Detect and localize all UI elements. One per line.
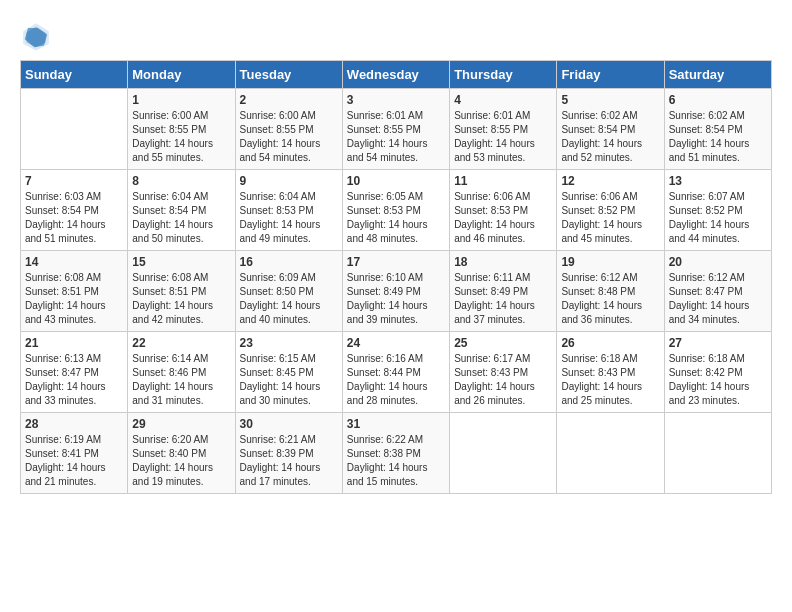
day-number: 28 bbox=[25, 417, 123, 431]
day-info: Sunrise: 6:12 AM Sunset: 8:47 PM Dayligh… bbox=[669, 271, 767, 327]
calendar-cell: 26Sunrise: 6:18 AM Sunset: 8:43 PM Dayli… bbox=[557, 332, 664, 413]
calendar-cell: 30Sunrise: 6:21 AM Sunset: 8:39 PM Dayli… bbox=[235, 413, 342, 494]
day-info: Sunrise: 6:01 AM Sunset: 8:55 PM Dayligh… bbox=[347, 109, 445, 165]
day-info: Sunrise: 6:01 AM Sunset: 8:55 PM Dayligh… bbox=[454, 109, 552, 165]
calendar-cell: 14Sunrise: 6:08 AM Sunset: 8:51 PM Dayli… bbox=[21, 251, 128, 332]
day-info: Sunrise: 6:18 AM Sunset: 8:42 PM Dayligh… bbox=[669, 352, 767, 408]
day-number: 10 bbox=[347, 174, 445, 188]
day-info: Sunrise: 6:10 AM Sunset: 8:49 PM Dayligh… bbox=[347, 271, 445, 327]
day-info: Sunrise: 6:13 AM Sunset: 8:47 PM Dayligh… bbox=[25, 352, 123, 408]
day-info: Sunrise: 6:07 AM Sunset: 8:52 PM Dayligh… bbox=[669, 190, 767, 246]
logo-icon bbox=[20, 20, 52, 52]
header-day-thursday: Thursday bbox=[450, 61, 557, 89]
day-number: 14 bbox=[25, 255, 123, 269]
calendar-week-3: 14Sunrise: 6:08 AM Sunset: 8:51 PM Dayli… bbox=[21, 251, 772, 332]
day-number: 15 bbox=[132, 255, 230, 269]
calendar-cell: 17Sunrise: 6:10 AM Sunset: 8:49 PM Dayli… bbox=[342, 251, 449, 332]
page-header bbox=[20, 20, 772, 52]
day-number: 13 bbox=[669, 174, 767, 188]
day-number: 29 bbox=[132, 417, 230, 431]
day-number: 4 bbox=[454, 93, 552, 107]
day-info: Sunrise: 6:16 AM Sunset: 8:44 PM Dayligh… bbox=[347, 352, 445, 408]
calendar-cell: 16Sunrise: 6:09 AM Sunset: 8:50 PM Dayli… bbox=[235, 251, 342, 332]
day-number: 26 bbox=[561, 336, 659, 350]
day-number: 6 bbox=[669, 93, 767, 107]
calendar-week-1: 1Sunrise: 6:00 AM Sunset: 8:55 PM Daylig… bbox=[21, 89, 772, 170]
day-number: 16 bbox=[240, 255, 338, 269]
calendar-cell: 27Sunrise: 6:18 AM Sunset: 8:42 PM Dayli… bbox=[664, 332, 771, 413]
day-number: 18 bbox=[454, 255, 552, 269]
calendar-cell bbox=[450, 413, 557, 494]
day-number: 23 bbox=[240, 336, 338, 350]
calendar-cell bbox=[21, 89, 128, 170]
calendar-week-2: 7Sunrise: 6:03 AM Sunset: 8:54 PM Daylig… bbox=[21, 170, 772, 251]
calendar-cell: 23Sunrise: 6:15 AM Sunset: 8:45 PM Dayli… bbox=[235, 332, 342, 413]
day-info: Sunrise: 6:05 AM Sunset: 8:53 PM Dayligh… bbox=[347, 190, 445, 246]
day-number: 8 bbox=[132, 174, 230, 188]
calendar-cell: 6Sunrise: 6:02 AM Sunset: 8:54 PM Daylig… bbox=[664, 89, 771, 170]
day-number: 12 bbox=[561, 174, 659, 188]
day-number: 1 bbox=[132, 93, 230, 107]
header-day-saturday: Saturday bbox=[664, 61, 771, 89]
day-number: 21 bbox=[25, 336, 123, 350]
calendar-cell: 10Sunrise: 6:05 AM Sunset: 8:53 PM Dayli… bbox=[342, 170, 449, 251]
day-info: Sunrise: 6:06 AM Sunset: 8:52 PM Dayligh… bbox=[561, 190, 659, 246]
calendar-cell: 28Sunrise: 6:19 AM Sunset: 8:41 PM Dayli… bbox=[21, 413, 128, 494]
day-number: 31 bbox=[347, 417, 445, 431]
day-number: 9 bbox=[240, 174, 338, 188]
calendar-cell: 5Sunrise: 6:02 AM Sunset: 8:54 PM Daylig… bbox=[557, 89, 664, 170]
day-number: 11 bbox=[454, 174, 552, 188]
calendar-cell: 1Sunrise: 6:00 AM Sunset: 8:55 PM Daylig… bbox=[128, 89, 235, 170]
day-number: 19 bbox=[561, 255, 659, 269]
calendar-table: SundayMondayTuesdayWednesdayThursdayFrid… bbox=[20, 60, 772, 494]
day-info: Sunrise: 6:20 AM Sunset: 8:40 PM Dayligh… bbox=[132, 433, 230, 489]
calendar-cell: 2Sunrise: 6:00 AM Sunset: 8:55 PM Daylig… bbox=[235, 89, 342, 170]
day-number: 22 bbox=[132, 336, 230, 350]
day-info: Sunrise: 6:22 AM Sunset: 8:38 PM Dayligh… bbox=[347, 433, 445, 489]
day-info: Sunrise: 6:02 AM Sunset: 8:54 PM Dayligh… bbox=[669, 109, 767, 165]
day-number: 7 bbox=[25, 174, 123, 188]
day-info: Sunrise: 6:12 AM Sunset: 8:48 PM Dayligh… bbox=[561, 271, 659, 327]
calendar-cell: 20Sunrise: 6:12 AM Sunset: 8:47 PM Dayli… bbox=[664, 251, 771, 332]
day-number: 2 bbox=[240, 93, 338, 107]
calendar-cell: 4Sunrise: 6:01 AM Sunset: 8:55 PM Daylig… bbox=[450, 89, 557, 170]
day-info: Sunrise: 6:11 AM Sunset: 8:49 PM Dayligh… bbox=[454, 271, 552, 327]
calendar-week-4: 21Sunrise: 6:13 AM Sunset: 8:47 PM Dayli… bbox=[21, 332, 772, 413]
day-info: Sunrise: 6:18 AM Sunset: 8:43 PM Dayligh… bbox=[561, 352, 659, 408]
calendar-cell: 3Sunrise: 6:01 AM Sunset: 8:55 PM Daylig… bbox=[342, 89, 449, 170]
day-info: Sunrise: 6:15 AM Sunset: 8:45 PM Dayligh… bbox=[240, 352, 338, 408]
day-info: Sunrise: 6:21 AM Sunset: 8:39 PM Dayligh… bbox=[240, 433, 338, 489]
day-info: Sunrise: 6:02 AM Sunset: 8:54 PM Dayligh… bbox=[561, 109, 659, 165]
day-number: 3 bbox=[347, 93, 445, 107]
calendar-cell: 9Sunrise: 6:04 AM Sunset: 8:53 PM Daylig… bbox=[235, 170, 342, 251]
logo bbox=[20, 20, 58, 52]
day-number: 20 bbox=[669, 255, 767, 269]
calendar-header-row: SundayMondayTuesdayWednesdayThursdayFrid… bbox=[21, 61, 772, 89]
calendar-cell: 12Sunrise: 6:06 AM Sunset: 8:52 PM Dayli… bbox=[557, 170, 664, 251]
day-number: 27 bbox=[669, 336, 767, 350]
calendar-cell: 24Sunrise: 6:16 AM Sunset: 8:44 PM Dayli… bbox=[342, 332, 449, 413]
calendar-cell: 13Sunrise: 6:07 AM Sunset: 8:52 PM Dayli… bbox=[664, 170, 771, 251]
calendar-cell: 8Sunrise: 6:04 AM Sunset: 8:54 PM Daylig… bbox=[128, 170, 235, 251]
day-info: Sunrise: 6:06 AM Sunset: 8:53 PM Dayligh… bbox=[454, 190, 552, 246]
calendar-cell: 25Sunrise: 6:17 AM Sunset: 8:43 PM Dayli… bbox=[450, 332, 557, 413]
day-info: Sunrise: 6:00 AM Sunset: 8:55 PM Dayligh… bbox=[240, 109, 338, 165]
day-info: Sunrise: 6:19 AM Sunset: 8:41 PM Dayligh… bbox=[25, 433, 123, 489]
calendar-cell: 31Sunrise: 6:22 AM Sunset: 8:38 PM Dayli… bbox=[342, 413, 449, 494]
calendar-cell: 19Sunrise: 6:12 AM Sunset: 8:48 PM Dayli… bbox=[557, 251, 664, 332]
day-info: Sunrise: 6:04 AM Sunset: 8:53 PM Dayligh… bbox=[240, 190, 338, 246]
day-info: Sunrise: 6:08 AM Sunset: 8:51 PM Dayligh… bbox=[25, 271, 123, 327]
day-info: Sunrise: 6:09 AM Sunset: 8:50 PM Dayligh… bbox=[240, 271, 338, 327]
header-day-monday: Monday bbox=[128, 61, 235, 89]
day-info: Sunrise: 6:17 AM Sunset: 8:43 PM Dayligh… bbox=[454, 352, 552, 408]
calendar-week-5: 28Sunrise: 6:19 AM Sunset: 8:41 PM Dayli… bbox=[21, 413, 772, 494]
day-info: Sunrise: 6:14 AM Sunset: 8:46 PM Dayligh… bbox=[132, 352, 230, 408]
day-info: Sunrise: 6:03 AM Sunset: 8:54 PM Dayligh… bbox=[25, 190, 123, 246]
header-day-friday: Friday bbox=[557, 61, 664, 89]
day-number: 25 bbox=[454, 336, 552, 350]
calendar-cell: 21Sunrise: 6:13 AM Sunset: 8:47 PM Dayli… bbox=[21, 332, 128, 413]
calendar-cell: 15Sunrise: 6:08 AM Sunset: 8:51 PM Dayli… bbox=[128, 251, 235, 332]
day-info: Sunrise: 6:04 AM Sunset: 8:54 PM Dayligh… bbox=[132, 190, 230, 246]
day-number: 30 bbox=[240, 417, 338, 431]
header-day-sunday: Sunday bbox=[21, 61, 128, 89]
